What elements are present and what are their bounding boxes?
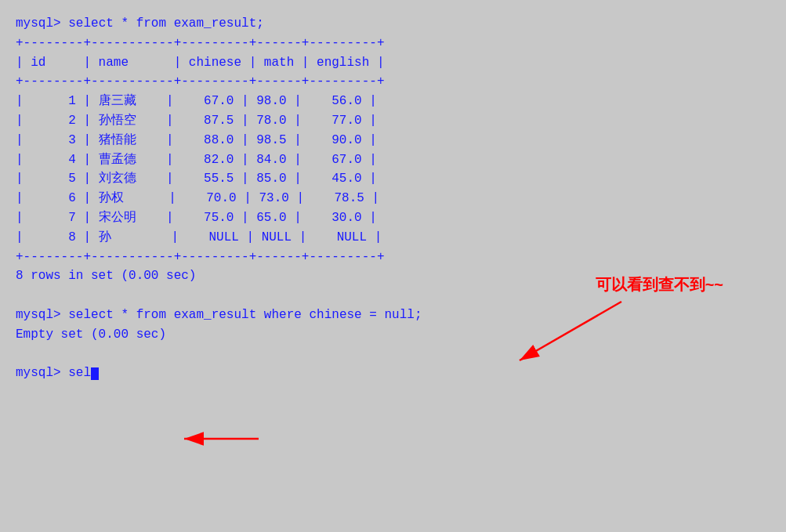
svg-line-1 <box>520 302 621 360</box>
empty-set: Empty set (0.00 sec) <box>16 325 770 345</box>
empty-line-2 <box>16 345 770 364</box>
query-line-3: mysql> sel <box>16 364 770 383</box>
terminal-window: mysql> select * from exam_result; +-----… <box>0 0 786 532</box>
query-line-1: mysql> select * from exam_result; <box>16 14 770 34</box>
table-row: | 8 | 孙 | NULL | NULL | NULL | <box>16 228 770 248</box>
table-border-bot: +--------+-----------+---------+------+-… <box>16 248 770 267</box>
table-row: | 4 | 曹孟德 | 82.0 | 84.0 | 67.0 | <box>16 150 770 170</box>
query-line-2: mysql> select * from exam_result where c… <box>16 306 770 325</box>
table-row: | 6 | 孙权 | 70.0 | 73.0 | 78.5 | <box>16 189 770 208</box>
table-border-top: +--------+-----------+---------+------+-… <box>16 34 770 53</box>
annotation-arrow-1 <box>504 298 629 368</box>
prompt-1: mysql> <box>16 16 68 31</box>
cursor <box>91 367 99 380</box>
table-header: | id | name | chinese | math | english | <box>16 53 770 73</box>
table-row: | 2 | 孙悟空 | 87.5 | 78.0 | 77.0 | <box>16 111 770 131</box>
table-row: | 1 | 唐三藏 | 67.0 | 98.0 | 56.0 | <box>16 92 770 111</box>
annotation-arrow-2 <box>172 427 266 451</box>
table-row: | 7 | 宋公明 | 75.0 | 65.0 | 30.0 | <box>16 208 770 228</box>
table-border-mid: +--------+-----------+---------+------+-… <box>16 72 770 92</box>
annotation-text-1: 可以看到查不到~~ <box>596 274 723 295</box>
prompt-3: mysql> <box>16 366 68 380</box>
prompt-2: mysql> <box>16 308 68 322</box>
table-row: | 3 | 猪悟能 | 88.0 | 98.5 | 90.0 | <box>16 131 770 150</box>
table-row: | 5 | 刘玄德 | 55.5 | 85.0 | 45.0 | <box>16 169 770 189</box>
